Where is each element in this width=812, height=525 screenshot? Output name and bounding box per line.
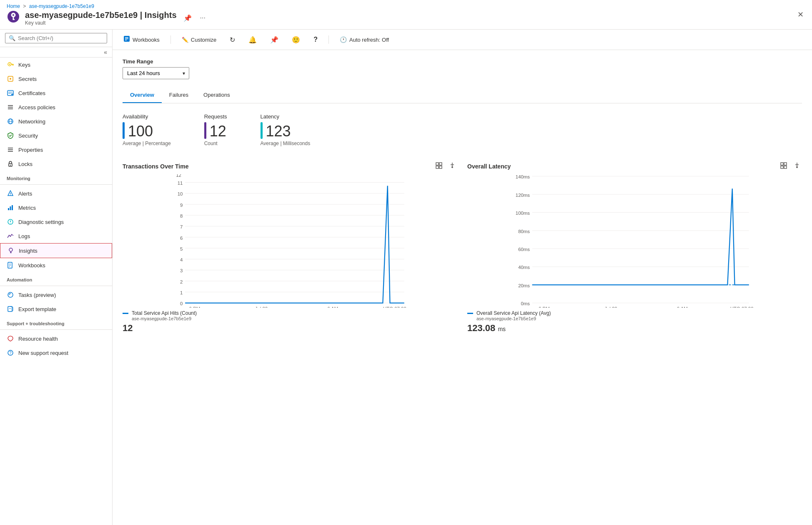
latency-chart-area: 0ms 20ms 40ms 60ms 80ms 100ms 120ms 140m… xyxy=(467,174,802,308)
page-title-text: ase-myasegpude-1e7b5e1e9 | Insights xyxy=(25,10,177,20)
tab-failures[interactable]: Failures xyxy=(162,88,196,103)
sidebar-item-alerts[interactable]: Alerts xyxy=(0,186,112,201)
sidebar-collapse-button[interactable]: « xyxy=(0,47,112,58)
svg-text:40ms: 40ms xyxy=(518,265,530,270)
svg-point-28 xyxy=(10,194,11,195)
sidebar-label-keys: Keys xyxy=(18,62,30,68)
content-body: Time Range Last 24 hours Last 1 hour Las… xyxy=(113,50,812,525)
breadcrumb-resource[interactable]: ase-myasegpude-1e7b5e1e9 xyxy=(29,3,94,9)
auto-refresh-icon: 🕐 xyxy=(340,36,347,43)
sidebar-item-tasks[interactable]: Tasks (preview) xyxy=(0,288,112,302)
sidebar-item-certificates[interactable]: Certificates xyxy=(0,86,112,100)
workbooks-button[interactable]: Workbooks xyxy=(121,34,162,45)
svg-rect-54 xyxy=(439,166,442,168)
feedback-button[interactable]: 🙂 xyxy=(289,34,303,45)
sidebar-item-access-policies[interactable]: Access policies xyxy=(0,100,112,114)
pin-toolbar-button[interactable]: 📌 xyxy=(268,34,281,45)
latency-pin-icon xyxy=(794,162,800,169)
section-support: Support + troubleshooting xyxy=(0,316,112,328)
metric-latency-label: Latency xyxy=(261,113,311,120)
alerts-icon xyxy=(7,190,14,197)
sidebar-item-logs[interactable]: Logs xyxy=(0,229,112,243)
transactions-chart-panel: Transactions Over Time xyxy=(123,161,457,334)
certificates-icon xyxy=(7,89,14,97)
sidebar: 🔍 « Keys xyxy=(0,30,113,525)
close-button[interactable]: ✕ xyxy=(796,8,805,21)
sidebar-label-alerts: Alerts xyxy=(18,191,32,197)
latency-expand-button[interactable] xyxy=(779,161,789,171)
sidebar-item-properties[interactable]: Properties xyxy=(0,143,112,157)
latency-chart-panel: Overall Latency xyxy=(467,161,802,334)
latency-title-row: Overall Latency xyxy=(467,161,802,171)
toolbar-sep-1 xyxy=(170,35,171,44)
latency-legend-value: 123.08 ms xyxy=(467,323,802,334)
metric-latency-value-row: 123 xyxy=(261,122,311,139)
search-input[interactable] xyxy=(18,35,103,41)
bell-icon: 🔔 xyxy=(248,36,257,44)
main-layout: 🔍 « Keys xyxy=(0,30,812,525)
sidebar-item-metrics[interactable]: Metrics xyxy=(0,201,112,215)
help-button[interactable]: ? xyxy=(311,34,320,45)
breadcrumb-home[interactable]: Home xyxy=(7,3,20,9)
svg-text:80ms: 80ms xyxy=(518,229,530,234)
sidebar-item-secrets[interactable]: Secrets xyxy=(0,72,112,86)
sidebar-label-networking: Networking xyxy=(18,118,45,125)
sidebar-item-resource-health[interactable]: Resource health xyxy=(0,332,112,346)
svg-rect-43 xyxy=(8,306,12,311)
search-box[interactable]: 🔍 xyxy=(5,33,107,43)
latency-pin-button[interactable] xyxy=(792,161,802,171)
svg-text:10: 10 xyxy=(178,191,183,196)
svg-point-11 xyxy=(10,78,11,80)
resource-health-icon xyxy=(7,335,14,342)
main-content: Workbooks ✏️ Customize ↻ 🔔 📌 🙂 xyxy=(113,30,812,525)
svg-rect-31 xyxy=(12,205,13,210)
workbooks-toolbar-icon xyxy=(123,35,130,44)
sidebar-label-security: Security xyxy=(18,133,38,139)
tab-overview[interactable]: Overview xyxy=(123,88,162,103)
sidebar-label-metrics: Metrics xyxy=(18,205,36,211)
workbooks-icon xyxy=(7,261,14,269)
svg-text:7: 7 xyxy=(180,224,183,229)
keys-icon xyxy=(7,61,14,68)
sidebar-item-keys[interactable]: Keys xyxy=(0,58,112,72)
transactions-pin-button[interactable] xyxy=(447,161,457,171)
sidebar-item-workbooks[interactable]: Workbooks xyxy=(0,258,112,272)
more-options-button[interactable]: ··· xyxy=(198,13,207,23)
toolbar: Workbooks ✏️ Customize ↻ 🔔 📌 🙂 xyxy=(113,30,812,50)
sidebar-item-diagnostic[interactable]: Diagnostic settings xyxy=(0,215,112,229)
svg-point-35 xyxy=(9,248,13,251)
latency-legend-text: Overall Service Api Latency (Avg) xyxy=(476,310,551,316)
sidebar-item-new-support[interactable]: ? New support request xyxy=(0,346,112,360)
transactions-legend-value: 12 xyxy=(123,323,457,334)
svg-rect-30 xyxy=(10,206,11,210)
sidebar-item-locks[interactable]: Locks xyxy=(0,157,112,171)
transactions-chart-title: Transactions Over Time xyxy=(123,163,188,170)
latency-chart-actions xyxy=(779,161,802,171)
bell-button[interactable]: 🔔 xyxy=(246,34,259,45)
secrets-icon xyxy=(7,75,14,83)
svg-rect-53 xyxy=(436,166,439,168)
properties-icon xyxy=(7,146,14,153)
customize-button[interactable]: ✏️ Customize xyxy=(179,35,219,45)
transactions-legend-text: Total Service Api Hits (Count) xyxy=(132,310,197,316)
locks-icon xyxy=(7,160,14,168)
refresh-button[interactable]: ↻ xyxy=(227,34,238,45)
availability-sub: Average | Percentage xyxy=(123,141,171,146)
sidebar-item-export[interactable]: Export template xyxy=(0,302,112,316)
requests-sub: Count xyxy=(204,141,227,146)
customize-label: Customize xyxy=(191,37,216,43)
svg-text:100ms: 100ms xyxy=(516,211,530,216)
pin-button[interactable]: 📌 xyxy=(182,13,193,24)
feedback-icon: 🙂 xyxy=(292,36,300,44)
transactions-expand-button[interactable] xyxy=(434,161,444,171)
sidebar-item-insights[interactable]: Insights xyxy=(0,243,112,258)
sidebar-item-security[interactable]: Security xyxy=(0,128,112,143)
auto-refresh-button[interactable]: 🕐 Auto refresh: Off xyxy=(337,35,391,45)
time-range-select[interactable]: Last 24 hours Last 1 hour Last 6 hours L… xyxy=(123,67,189,79)
tab-operations[interactable]: Operations xyxy=(196,88,238,103)
toolbar-sep-2 xyxy=(328,35,329,44)
sidebar-search-wrap: 🔍 xyxy=(0,30,112,47)
latency-legend: Overall Service Api Latency (Avg) xyxy=(467,310,802,316)
svg-text:6 PM: 6 PM xyxy=(189,306,200,308)
sidebar-item-networking[interactable]: Networking xyxy=(0,114,112,128)
